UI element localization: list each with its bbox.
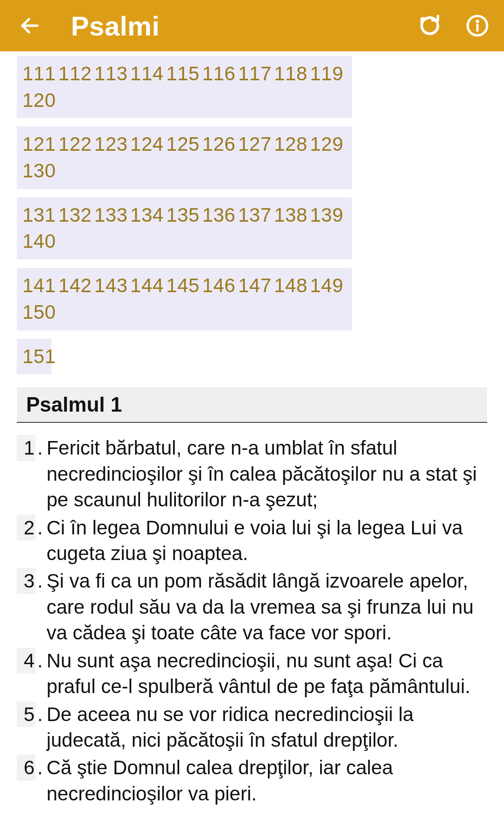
chapter-link[interactable]: 141 <box>22 273 56 299</box>
chapter-link[interactable]: 112 <box>58 61 92 87</box>
chapter-link[interactable]: 136 <box>202 202 236 229</box>
chapter-link[interactable]: 115 <box>166 61 200 87</box>
page-title: Psalmi <box>71 10 160 42</box>
svg-point-3 <box>477 21 478 22</box>
verse-row: 4.Nu sunt aşa necredincioşii, nu sunt aş… <box>17 648 487 700</box>
verse-text: Nu sunt aşa necredincioşii, nu sunt aşa!… <box>47 648 487 700</box>
verse-dot: . <box>37 701 43 753</box>
chapter-link[interactable]: 119 <box>310 61 343 87</box>
verse-dot: . <box>37 755 43 806</box>
chapter-row: 141 142 143 144 145 146 147 148 149 150 <box>17 268 352 330</box>
chapter-link[interactable]: 143 <box>94 273 128 299</box>
info-button[interactable] <box>466 14 489 37</box>
verse-dot: . <box>37 515 43 567</box>
chapter-link[interactable]: 137 <box>238 202 272 229</box>
chapter-row: 111 112 113 114 115 116 117 118 119 120 <box>17 56 352 118</box>
chapter-row: 131 132 133 134 135 136 137 138 139 140 <box>17 197 352 259</box>
chapter-link[interactable]: 140 <box>22 228 56 255</box>
chapter-link[interactable]: 145 <box>166 273 200 299</box>
verse-dot: . <box>37 435 43 512</box>
chapter-link[interactable]: 126 <box>202 131 236 158</box>
verse-text: Ci în legea Domnului e voia lui şi la le… <box>47 515 487 567</box>
chapter-link[interactable]: 131 <box>22 202 56 229</box>
chapter-nav: 111 112 113 114 115 116 117 118 119 1201… <box>17 56 487 374</box>
chapter-link[interactable]: 135 <box>166 202 200 229</box>
verse-number[interactable]: 5 <box>17 701 35 727</box>
verse-row: 6.Că ştie Domnul calea drepţilor, iar ca… <box>17 755 487 806</box>
chapter-link[interactable]: 114 <box>130 61 164 87</box>
arrow-left-icon <box>19 14 41 37</box>
chapter-link[interactable]: 149 <box>310 273 343 299</box>
verse-text: De aceea nu se vor ridica necredincioşii… <box>47 701 487 753</box>
verse-row: 2.Ci în legea Domnului e voia lui şi la … <box>17 515 487 567</box>
verse-number[interactable]: 3 <box>17 568 35 594</box>
chapter-link[interactable]: 130 <box>22 158 56 184</box>
chapter-link[interactable]: 129 <box>310 131 343 158</box>
info-icon <box>466 14 489 37</box>
chapter-link[interactable]: 144 <box>130 273 164 299</box>
chapter-link[interactable]: 117 <box>238 61 272 87</box>
chapter-link[interactable]: 151 <box>22 343 56 370</box>
verse-row: 5.De aceea nu se vor ridica necredincioş… <box>17 701 487 753</box>
chapter-link[interactable]: 134 <box>130 202 164 229</box>
section-header: Psalmul 1 <box>17 387 487 423</box>
verse-row: 3.Şi va fi ca un pom răsădit lângă izvoa… <box>17 568 487 645</box>
verse-number[interactable]: 4 <box>17 648 35 673</box>
verse-text: Că ştie Domnul calea drepţilor, iar cale… <box>47 755 487 806</box>
chapter-link[interactable]: 132 <box>58 202 92 229</box>
chapter-link[interactable]: 138 <box>274 202 308 229</box>
chapter-row: 151 <box>17 339 51 375</box>
verse-number[interactable]: 1 <box>17 435 35 461</box>
app-header: Psalmi <box>0 0 504 51</box>
chapter-link[interactable]: 133 <box>94 202 128 229</box>
chapter-link[interactable]: 147 <box>238 273 272 299</box>
chapter-link[interactable]: 116 <box>202 61 236 87</box>
chapter-link[interactable]: 127 <box>238 131 272 158</box>
chapter-link[interactable]: 125 <box>166 131 200 158</box>
chapter-link[interactable]: 111 <box>22 61 56 87</box>
chapter-link[interactable]: 139 <box>310 202 343 229</box>
chapter-row: 121 122 123 124 125 126 127 128 129 130 <box>17 126 352 189</box>
verse-text: Fericit bărbatul, care n-a umblat în sfa… <box>47 435 487 512</box>
chapter-link[interactable]: 123 <box>94 131 128 158</box>
refresh-icon <box>419 15 441 36</box>
verse-number[interactable]: 6 <box>17 755 35 780</box>
chapter-link[interactable]: 150 <box>22 299 56 326</box>
chapter-link[interactable]: 122 <box>58 131 92 158</box>
chapter-link[interactable]: 128 <box>274 131 308 158</box>
verse-number[interactable]: 2 <box>17 515 35 540</box>
verse-dot: . <box>37 648 43 700</box>
chapter-link[interactable]: 142 <box>58 273 92 299</box>
refresh-button[interactable] <box>419 15 441 36</box>
back-button[interactable] <box>19 14 41 37</box>
chapter-link[interactable]: 146 <box>202 273 236 299</box>
chapter-link[interactable]: 124 <box>130 131 164 158</box>
chapter-link[interactable]: 121 <box>22 131 56 158</box>
verse-dot: . <box>37 568 43 645</box>
chapter-link[interactable]: 120 <box>22 87 56 114</box>
verse-text: Şi va fi ca un pom răsădit lângă izvoare… <box>47 568 487 645</box>
chapter-link[interactable]: 148 <box>274 273 308 299</box>
verse-list: 1.Fericit bărbatul, care n-a umblat în s… <box>17 423 487 806</box>
content-area: 111 112 113 114 115 116 117 118 119 1201… <box>0 56 504 827</box>
verse-row: 1.Fericit bărbatul, care n-a umblat în s… <box>17 435 487 512</box>
chapter-link[interactable]: 118 <box>274 61 308 87</box>
section-title: Psalmul 1 <box>26 393 478 416</box>
chapter-link[interactable]: 113 <box>94 61 128 87</box>
